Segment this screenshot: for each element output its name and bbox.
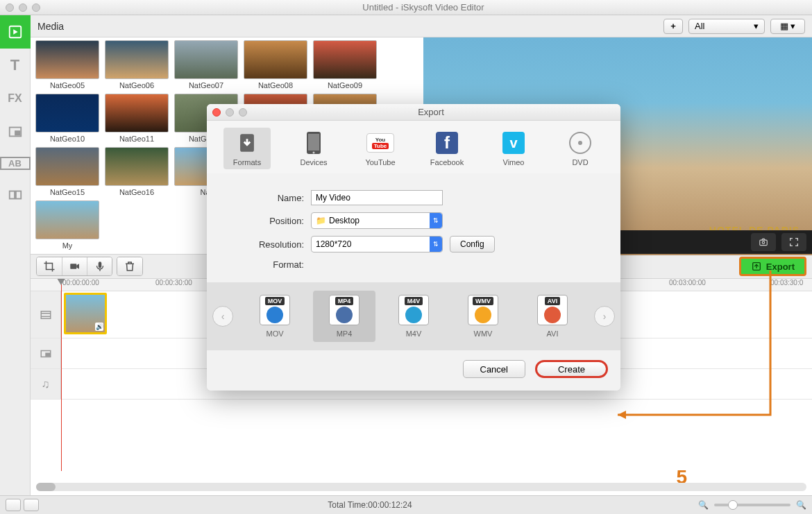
add-media-button[interactable]: + bbox=[663, 19, 683, 34]
status-btn-1[interactable] bbox=[6, 499, 21, 511]
pip-tab[interactable] bbox=[0, 115, 31, 148]
media-thumbnail[interactable]: NatGeo08 bbox=[242, 40, 310, 91]
thumbnail-caption: NatGeo06 bbox=[119, 81, 154, 91]
dialog-zoom-icon[interactable] bbox=[239, 108, 247, 117]
timeline-clip[interactable]: 🔊 bbox=[64, 293, 107, 334]
text-tab[interactable]: T bbox=[0, 49, 31, 82]
media-tab[interactable] bbox=[0, 15, 31, 49]
tab-facebook[interactable]: f Facebook bbox=[423, 128, 471, 169]
thumbnail-caption: NatGeo10 bbox=[50, 135, 85, 144]
media-thumbnail[interactable]: NatGeo15 bbox=[33, 147, 101, 198]
format-option-mov[interactable]: MOVMOV bbox=[244, 291, 306, 342]
crop-button[interactable] bbox=[37, 257, 62, 275]
filter-dropdown[interactable]: All▾ bbox=[688, 19, 765, 34]
minimize-window-icon[interactable] bbox=[19, 3, 27, 12]
chevron-updown-icon: ⇅ bbox=[430, 237, 442, 252]
snapshot-button[interactable] bbox=[751, 233, 776, 251]
name-label: Name: bbox=[228, 193, 304, 203]
thumbnail-caption: NatGeo09 bbox=[328, 81, 362, 91]
media-thumbnail[interactable]: My bbox=[33, 200, 101, 251]
thumbnail-image bbox=[313, 40, 377, 79]
view-mode-dropdown[interactable]: ▦ ▾ bbox=[770, 19, 805, 34]
chevron-updown-icon: ⇅ bbox=[430, 213, 442, 228]
dialog-close-icon[interactable] bbox=[212, 108, 221, 117]
svg-point-6 bbox=[762, 241, 765, 244]
export-button[interactable]: Export bbox=[739, 257, 806, 276]
zoom-in-icon[interactable]: 🔍 bbox=[796, 500, 806, 510]
delete-button[interactable] bbox=[117, 257, 142, 275]
position-select[interactable]: 📁 Desktop ⇅ bbox=[311, 212, 443, 229]
zoom-window-icon[interactable] bbox=[32, 3, 40, 12]
media-thumbnail[interactable]: NatGeo11 bbox=[103, 94, 171, 144]
media-thumbnail[interactable]: NatGeo09 bbox=[311, 40, 379, 91]
format-option-mp4[interactable]: MP4MP4 bbox=[313, 291, 375, 342]
thumbnail-image bbox=[35, 200, 99, 239]
media-thumbnail[interactable]: NatGeo06 bbox=[103, 40, 171, 91]
resolution-label: Resolution: bbox=[228, 239, 304, 250]
fullscreen-button[interactable] bbox=[781, 233, 806, 251]
create-button[interactable]: Create bbox=[535, 360, 608, 378]
media-thumbnail[interactable]: NatGeo05 bbox=[33, 40, 101, 91]
format-prev-button[interactable]: ‹ bbox=[212, 306, 233, 327]
close-window-icon[interactable] bbox=[6, 3, 14, 12]
cancel-button[interactable]: Cancel bbox=[463, 360, 525, 378]
tab-label: DVD bbox=[572, 158, 588, 166]
overlay-track-icon bbox=[31, 339, 61, 368]
tab-label: Devices bbox=[300, 158, 327, 166]
transitions-tab[interactable] bbox=[0, 178, 31, 212]
dialog-actions: Cancel Create bbox=[207, 350, 620, 391]
media-thumbnail[interactable]: NatGeo10 bbox=[33, 94, 101, 144]
tab-devices[interactable]: Devices bbox=[290, 128, 337, 169]
tab-formats[interactable]: Formats bbox=[223, 128, 271, 169]
dialog-titlebar: Export bbox=[207, 104, 620, 121]
record-audio-button[interactable] bbox=[87, 257, 112, 275]
status-btn-2[interactable] bbox=[24, 499, 39, 511]
devices-icon bbox=[300, 130, 328, 155]
format-option-m4v[interactable]: M4VM4V bbox=[382, 291, 445, 342]
svg-point-18 bbox=[578, 141, 582, 145]
tab-youtube[interactable]: YouTube YouTube bbox=[357, 128, 404, 169]
format-icon: MP4 bbox=[329, 295, 360, 325]
name-input[interactable] bbox=[311, 190, 443, 205]
svg-rect-15 bbox=[308, 134, 319, 151]
media-thumbnail[interactable]: NatGeo07 bbox=[172, 40, 240, 91]
ruler-tick: 00:00:00:00 bbox=[62, 279, 99, 286]
thumbnail-image bbox=[35, 94, 99, 132]
export-icon bbox=[751, 261, 762, 272]
format-next-button[interactable]: › bbox=[594, 306, 615, 327]
config-button[interactable]: Config bbox=[450, 236, 495, 252]
thumbnail-caption: My bbox=[62, 241, 73, 251]
zoom-slider[interactable] bbox=[714, 504, 790, 506]
tab-label: Facebook bbox=[430, 158, 464, 166]
filter-dropdown-label: All bbox=[695, 21, 704, 31]
ruler-tick: 00:00:30:00 bbox=[155, 279, 192, 286]
svg-rect-10 bbox=[41, 311, 51, 318]
dvd-icon bbox=[566, 130, 594, 155]
zoom-out-icon[interactable]: 🔍 bbox=[698, 500, 709, 510]
format-option-wmv[interactable]: WMVWMV bbox=[452, 291, 514, 342]
tab-dvd[interactable]: DVD bbox=[557, 128, 604, 169]
format-picker: ‹ MOVMOVMP4MP4M4VM4VWMVWMVAVIAVI › bbox=[207, 282, 620, 350]
format-label: MP4 bbox=[337, 329, 353, 338]
facebook-icon: f bbox=[433, 130, 461, 155]
tab-vimeo[interactable]: v Vimeo bbox=[490, 128, 537, 169]
effects-tab[interactable]: FX bbox=[0, 82, 31, 115]
timeline-scrollbar[interactable] bbox=[36, 483, 806, 491]
format-option-avi[interactable]: AVIAVI bbox=[521, 291, 584, 342]
svg-rect-12 bbox=[46, 353, 49, 356]
svg-rect-4 bbox=[15, 191, 20, 199]
position-label: Position: bbox=[228, 216, 304, 226]
record-video-button[interactable] bbox=[62, 257, 87, 275]
resolution-select[interactable]: 1280*720 ⇅ bbox=[311, 236, 443, 252]
left-tool-strip: T FX AB bbox=[0, 15, 31, 495]
dialog-min-icon[interactable] bbox=[226, 108, 234, 117]
tab-label: Formats bbox=[233, 158, 261, 166]
svg-rect-8 bbox=[98, 262, 101, 268]
ruler-tick: 00:03:00:00 bbox=[669, 279, 706, 286]
captions-tab[interactable]: AB bbox=[0, 157, 31, 170]
media-thumbnail[interactable]: NatGeo16 bbox=[103, 147, 171, 198]
thumbnail-caption: NatGeo05 bbox=[50, 81, 85, 91]
thumbnail-image bbox=[244, 40, 307, 79]
traffic-lights[interactable] bbox=[6, 3, 40, 12]
export-form: Name: Position: 📁 Desktop ⇅ Resolution: … bbox=[207, 173, 620, 282]
